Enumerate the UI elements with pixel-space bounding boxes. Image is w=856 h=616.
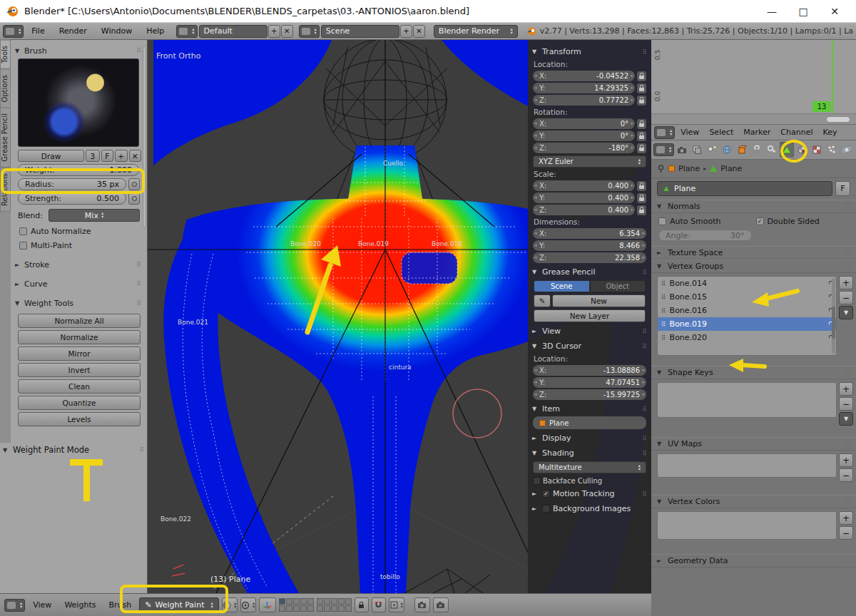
tab-options[interactable]: Options <box>0 69 11 108</box>
vertex-group-specials-button[interactable]: ▼ <box>839 306 853 319</box>
brush-users-count[interactable]: 3 <box>86 150 99 162</box>
add-uv-map-button[interactable]: + <box>839 453 853 467</box>
multi-paint-checkbox[interactable] <box>19 242 27 250</box>
pivot-point-selector[interactable] <box>240 597 256 612</box>
vertex-group-row[interactable]: Bone.015 <box>658 290 836 304</box>
add-vertex-color-button[interactable]: + <box>839 511 853 525</box>
menu-window[interactable]: Window <box>95 26 138 36</box>
remove-vertex-group-button[interactable]: − <box>839 291 853 304</box>
dimensions-x-field[interactable]: ◂X:6.354▸ <box>533 228 646 239</box>
menu-view[interactable]: View <box>28 600 56 610</box>
add-scene-button[interactable]: + <box>400 25 412 38</box>
vertex-group-row[interactable]: Bone.020 <box>658 331 836 344</box>
shape-keys-list[interactable] <box>657 382 837 418</box>
auto-normalize-checkbox[interactable] <box>19 227 27 235</box>
editor-type-selector-properties[interactable] <box>653 143 674 156</box>
remove-shape-key-button[interactable]: − <box>839 397 853 411</box>
menu-channel[interactable]: Channel <box>776 128 817 137</box>
opengl-render-button[interactable] <box>414 597 430 612</box>
brush-tool-button[interactable]: Draw <box>18 150 84 162</box>
lock-location-x[interactable] <box>637 71 646 81</box>
auto-smooth-checkbox[interactable] <box>658 217 666 225</box>
menu-marker[interactable]: Marker <box>739 128 775 137</box>
rotation-z-field[interactable]: ◂Z:-180°▸ <box>533 143 635 153</box>
item-panel-header[interactable]: Item <box>528 403 651 415</box>
clean-button[interactable]: Clean <box>18 379 141 394</box>
vertex-groups-panel-header[interactable]: Vertex Groups <box>651 260 856 273</box>
current-frame-line[interactable] <box>832 40 833 113</box>
menu-weights[interactable]: Weights <box>59 600 101 610</box>
layers-widget[interactable] <box>279 598 352 612</box>
weight-tools-panel-header[interactable]: Weight Tools <box>15 297 141 309</box>
close-button[interactable]: ✕ <box>819 6 850 17</box>
shape-keys-panel-header[interactable]: Shape Keys <box>651 366 856 379</box>
background-images-checkbox[interactable] <box>542 505 550 513</box>
menu-help[interactable]: Help <box>140 26 170 36</box>
tab-tools[interactable]: Tools <box>0 40 11 69</box>
tab-render-layers[interactable] <box>690 142 704 158</box>
gp-new-layer-button[interactable]: New Layer <box>534 309 646 322</box>
scene-field[interactable]: Scene <box>321 25 399 38</box>
lock-rotation-x[interactable] <box>637 119 646 129</box>
manipulator-toggle[interactable] <box>259 597 276 612</box>
auto-smooth-angle-slider[interactable]: Angle:30° <box>658 230 752 241</box>
dimensions-y-field[interactable]: ◂Y:8.466▸ <box>533 240 646 251</box>
lock-rotation-y[interactable] <box>637 131 646 141</box>
location-y-field[interactable]: ◂Y:14.29325▸ <box>533 83 635 93</box>
tab-object[interactable] <box>735 142 749 158</box>
rotation-mode-select[interactable]: XYZ Euler <box>533 155 646 168</box>
tab-constraints[interactable] <box>750 142 764 158</box>
curve-panel-header[interactable]: Curve <box>15 277 141 290</box>
lock-scale-y[interactable] <box>637 193 646 203</box>
weight-paint-mode-panel-header[interactable]: Weight Paint Mode <box>3 445 144 455</box>
scale-x-field[interactable]: ◂X:0.400▸ <box>533 180 635 191</box>
radius-pressure-toggle[interactable] <box>128 178 140 190</box>
shading-mode-select[interactable]: Multitexture <box>533 461 646 473</box>
fake-user-button[interactable]: F <box>835 181 850 196</box>
lock-scale-x[interactable] <box>637 181 646 191</box>
unlink-brush-button[interactable]: ✕ <box>129 150 142 162</box>
display-panel-header[interactable]: Display <box>528 432 651 444</box>
lock-scale-z[interactable] <box>637 205 646 215</box>
tab-scene[interactable] <box>705 142 719 158</box>
mode-selector[interactable]: ✎ Weight Paint <box>139 597 219 612</box>
editor-type-selector-dopesheet[interactable] <box>654 126 675 139</box>
normalize-button[interactable]: Normalize <box>18 330 141 344</box>
timeline-scroll-handle[interactable] <box>826 116 850 123</box>
tab-object-data[interactable] <box>780 142 794 158</box>
transform-panel-header[interactable]: Transform <box>528 46 651 58</box>
cursor-z-field[interactable]: ◂Z:-15.99725▸ <box>533 389 646 400</box>
menu-view[interactable]: View <box>676 128 703 137</box>
brush-panel-header[interactable]: Brush <box>15 44 141 57</box>
screen-layout-icon-button[interactable] <box>176 25 197 38</box>
menu-file[interactable]: File <box>25 26 51 36</box>
cursor-panel-header[interactable]: 3D Cursor <box>528 340 651 352</box>
current-frame-badge[interactable]: 13 <box>812 101 831 112</box>
background-images-panel-header[interactable]: Background Images <box>528 503 651 515</box>
gp-new-button[interactable]: New <box>552 294 646 307</box>
delete-scene-button[interactable]: ✕ <box>413 25 425 38</box>
backface-culling-checkbox[interactable] <box>533 477 541 485</box>
gp-draw-icon-button[interactable]: ✎ <box>534 294 551 307</box>
uv-maps-list[interactable] <box>657 453 837 478</box>
tab-render[interactable] <box>675 142 689 158</box>
radius-slider[interactable]: Radius: 35 px <box>18 178 126 190</box>
location-z-field[interactable]: ◂Z:0.77722▸ <box>533 95 635 106</box>
fake-user-button[interactable]: F <box>101 150 114 162</box>
levels-button[interactable]: Levels <box>18 412 141 426</box>
item-name-field[interactable]: Plane <box>533 416 646 429</box>
delete-layout-button[interactable]: ✕ <box>281 25 293 38</box>
double-sided-checkbox[interactable] <box>756 217 764 225</box>
vertex-group-row[interactable]: Bone.014 <box>658 277 836 290</box>
mirror-button[interactable]: Mirror <box>18 346 141 361</box>
tab-texture[interactable] <box>810 142 824 158</box>
vertex-group-row-selected[interactable]: Bone.019 <box>658 317 836 331</box>
gp-scene-tab[interactable]: Scene <box>534 280 590 292</box>
minimize-button[interactable]: — <box>756 6 788 17</box>
screen-layout-field[interactable]: Default <box>199 25 268 38</box>
cursor-y-field[interactable]: ◂Y:47.07451▸ <box>533 377 646 388</box>
tab-particles[interactable] <box>825 142 839 158</box>
normals-panel-header[interactable]: Normals <box>651 200 856 213</box>
blend-mode-select[interactable]: Mix <box>49 209 140 222</box>
tab-material[interactable] <box>795 142 809 158</box>
